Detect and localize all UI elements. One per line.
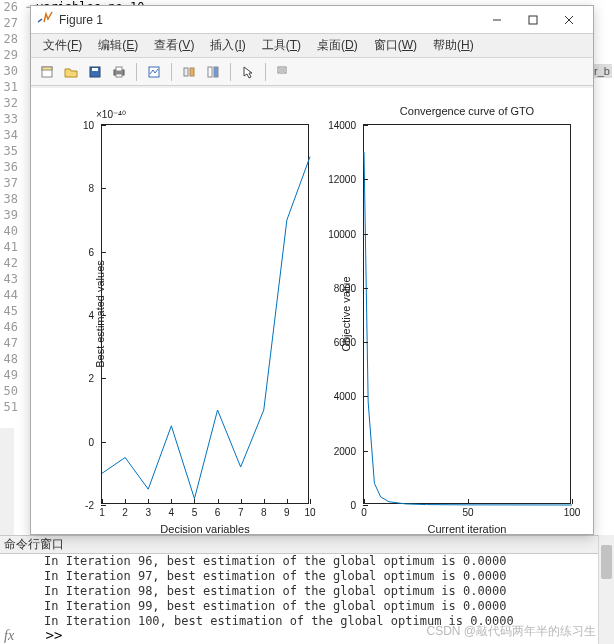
y-tick-label: 6000: [334, 337, 356, 348]
svg-rect-5: [42, 67, 52, 70]
figure-title: Figure 1: [59, 13, 479, 27]
menu-0[interactable]: 文件(F): [37, 35, 88, 56]
toolbar-separator: [230, 63, 231, 81]
open-icon[interactable]: [60, 61, 82, 83]
y-tick-label: 0: [88, 436, 94, 447]
line-number: 26: [0, 0, 22, 16]
y-tick-label: 2000: [334, 445, 356, 456]
line-number: 34: [0, 128, 22, 144]
svg-rect-15: [214, 67, 218, 77]
line-number: 28: [0, 32, 22, 48]
x-tick-label: 0: [361, 507, 367, 518]
svg-rect-16: [278, 67, 286, 73]
figure-toolbar: [31, 58, 593, 86]
menu-4[interactable]: 工具(T): [256, 35, 307, 56]
line-number: 47: [0, 336, 22, 352]
line-number: 49: [0, 368, 22, 384]
y-tick-label: 4: [88, 310, 94, 321]
y-tick-label: 0: [350, 500, 356, 511]
command-output-line: In Iteration 99, best estimation of the …: [0, 599, 598, 614]
menu-5[interactable]: 桌面(D): [311, 35, 364, 56]
line-number: 27: [0, 16, 22, 32]
command-output-line: In Iteration 96, best estimation of the …: [0, 554, 598, 569]
line-number: 50: [0, 384, 22, 400]
x-tick-label: 9: [284, 507, 290, 518]
chart-title-right: Convergence curve of GTO: [400, 105, 534, 117]
edit-plot-icon[interactable]: [143, 61, 165, 83]
y-tick-label: 8: [88, 183, 94, 194]
close-button[interactable]: [551, 6, 587, 33]
x-tick-label: 5: [192, 507, 198, 518]
toolbar-separator: [136, 63, 137, 81]
x-tick-label: 50: [462, 507, 473, 518]
y-tick-label: 6: [88, 246, 94, 257]
line-number: 40: [0, 224, 22, 240]
menu-6[interactable]: 窗口(W): [368, 35, 423, 56]
x-tick-label: 6: [215, 507, 221, 518]
menu-3[interactable]: 插入(I): [204, 35, 251, 56]
save-icon[interactable]: [84, 61, 106, 83]
print-icon[interactable]: [108, 61, 130, 83]
x-tick-label: 4: [169, 507, 175, 518]
figure-titlebar[interactable]: Figure 1: [31, 6, 593, 34]
maximize-button[interactable]: [515, 6, 551, 33]
line-number: 42: [0, 256, 22, 272]
pointer-icon[interactable]: [237, 61, 259, 83]
toolbar-separator: [265, 63, 266, 81]
x-tick-label: 3: [145, 507, 151, 518]
subplot-right[interactable]: Convergence curve of GTO Objective value…: [363, 124, 571, 504]
fx-label: fx: [4, 628, 14, 643]
bg-tag: r_b: [592, 64, 612, 78]
line-plot-right: [364, 125, 572, 505]
menu-7[interactable]: 帮助(H): [427, 35, 480, 56]
scrollbar-thumb[interactable]: [601, 545, 612, 579]
line-number: 48: [0, 352, 22, 368]
y-tick-label: 14000: [328, 120, 356, 131]
xlabel-left: Decision variables: [160, 523, 249, 535]
fx-icon[interactable]: fx >>: [0, 627, 62, 644]
line-number: 41: [0, 240, 22, 256]
line-number: 45: [0, 304, 22, 320]
command-window-title: 命令行窗口: [4, 536, 64, 553]
svg-rect-1: [529, 16, 537, 24]
figure-window: Figure 1 文件(F)编辑(E)查看(V)插入(I)工具(T)桌面(D)窗…: [30, 5, 594, 535]
menu-2[interactable]: 查看(V): [148, 35, 200, 56]
command-window-header[interactable]: 命令行窗口: [0, 535, 598, 554]
editor-left-scroll[interactable]: [0, 428, 14, 535]
line-number: 32: [0, 96, 22, 112]
link-icon[interactable]: [178, 61, 200, 83]
command-prompt[interactable]: >>: [18, 627, 63, 643]
svg-rect-13: [190, 68, 194, 76]
command-window-scrollbar[interactable]: [598, 535, 614, 644]
line-number: 30: [0, 64, 22, 80]
insert-colorbar-icon[interactable]: [202, 61, 224, 83]
line-number: 38: [0, 192, 22, 208]
line-number: 37: [0, 176, 22, 192]
axes-canvas[interactable]: ×10⁻⁴⁰ Best estimated values Decision va…: [31, 88, 593, 534]
command-output-line: In Iteration 97, best estimation of the …: [0, 569, 598, 584]
xlabel-right: Current iteration: [428, 523, 507, 535]
menu-1[interactable]: 编辑(E): [92, 35, 144, 56]
x-tick-label: 1: [99, 507, 105, 518]
x-tick-label: 10: [304, 507, 315, 518]
line-number: 31: [0, 80, 22, 96]
command-output-line: In Iteration 98, best estimation of the …: [0, 584, 598, 599]
line-number: 44: [0, 288, 22, 304]
figure-menubar: 文件(F)编辑(E)查看(V)插入(I)工具(T)桌面(D)窗口(W)帮助(H): [31, 34, 593, 58]
svg-rect-12: [184, 68, 188, 76]
x-tick-label: 2: [122, 507, 128, 518]
new-figure-icon[interactable]: [36, 61, 58, 83]
y-tick-label: 4000: [334, 391, 356, 402]
minimize-button[interactable]: [479, 6, 515, 33]
y-tick-label: 10: [83, 120, 94, 131]
line-number: 51: [0, 400, 22, 416]
line-plot-left: [102, 125, 310, 505]
svg-rect-9: [116, 67, 122, 71]
subplot-left[interactable]: ×10⁻⁴⁰ Best estimated values Decision va…: [101, 124, 309, 504]
toolbar-separator: [171, 63, 172, 81]
data-cursor-icon[interactable]: [272, 61, 294, 83]
y-tick-label: 12000: [328, 174, 356, 185]
line-number: 35: [0, 144, 22, 160]
svg-rect-10: [116, 74, 122, 77]
svg-rect-14: [208, 67, 212, 77]
